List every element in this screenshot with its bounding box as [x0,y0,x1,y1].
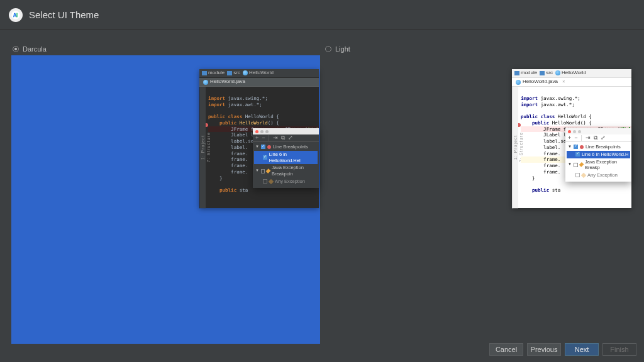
breakpoints-popup-dark: + − | ⇥ ⧉ ⤢ ▼Line Breakpoints Line 6 in … [253,128,319,188]
breakpoints-popup-light: + − | ⇥ ⧉ ⤢ ▼Line Breakpoints Line 6 in … [565,128,631,182]
editor-tab: HelloWorld.java [199,78,319,87]
tool-window-tabs: 1: Project 7: Structure [199,87,206,208]
wizard-header: Select UI Theme [0,0,644,30]
next-button[interactable]: Next [565,343,599,356]
theme-option-darcula[interactable]: Darcula module src HelloWorld HelloWorld… [13,45,319,338]
preview-light: module src HelloWorld HelloWorld.java× 1… [325,57,631,343]
page-title: Select UI Theme [29,9,99,20]
tool-window-tabs: 1: Project 7: Structure [512,87,518,208]
theme-option-light[interactable]: Light module src HelloWorld HelloWorld.j… [325,45,631,338]
previous-button[interactable]: Previous [527,343,561,356]
finish-button: Finish [602,343,636,356]
popup-toolbar: + − | ⇥ ⧉ ⤢ [253,134,319,142]
radio-light[interactable] [325,46,331,52]
ide-thumbnail-dark: module src HelloWorld HelloWorld.java 1:… [199,69,319,208]
editor-tab: HelloWorld.java× [512,78,631,87]
popup-toolbar: + − | ⇥ ⧉ ⤢ [565,134,631,142]
breadcrumb: module src HelloWorld [199,69,319,78]
theme-label-darcula: Darcula [23,45,47,53]
preview-darcula: module src HelloWorld HelloWorld.java 1:… [13,57,319,343]
ide-thumbnail-light: module src HelloWorld HelloWorld.java× 1… [512,69,631,208]
cancel-button[interactable]: Cancel [489,343,523,356]
app-logo [9,8,23,22]
theme-label-light: Light [335,45,350,53]
radio-darcula[interactable] [13,46,19,52]
wizard-footer: Cancel Previous Next Finish [489,343,636,356]
svg-rect-1 [16,13,17,17]
breadcrumb: module src HelloWorld [512,69,631,78]
